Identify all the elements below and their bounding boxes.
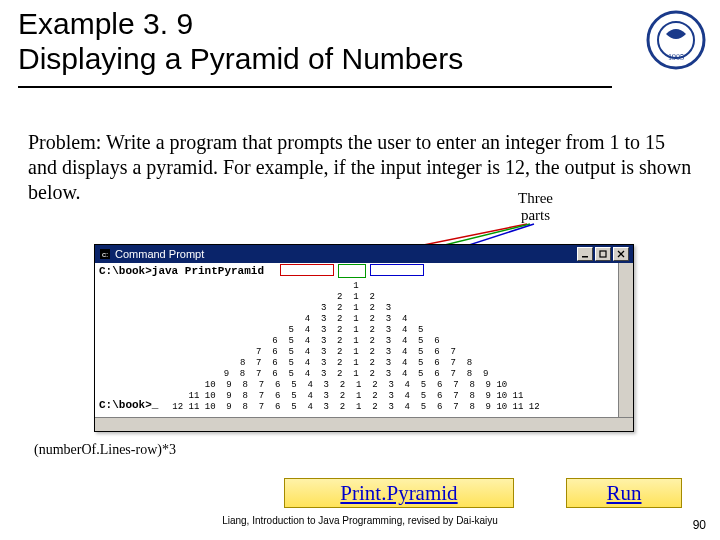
console-body: C:\book>java PrintPyramid 1 2 1 2 3 2 1 … bbox=[95, 263, 633, 417]
svg-rect-9 bbox=[600, 251, 606, 257]
run-button[interactable]: Run bbox=[566, 478, 682, 508]
console-command: C:\book>java PrintPyramid bbox=[99, 265, 264, 277]
console-title-text: Command Prompt bbox=[115, 248, 204, 260]
title-line1: Example 3. 9 bbox=[18, 6, 618, 41]
formula-text: (numberOf.Lines-row)*3 bbox=[34, 442, 176, 458]
title-line2: Displaying a Pyramid of Numbers bbox=[18, 41, 618, 76]
scrollbar-up-button[interactable]: ▲ bbox=[619, 263, 633, 277]
scrollbar-down-button[interactable]: ▼ bbox=[619, 403, 633, 417]
close-button[interactable] bbox=[613, 247, 629, 261]
slide-title: Example 3. 9 Displaying a Pyramid of Num… bbox=[18, 6, 618, 77]
pyramid-output: 1 2 1 2 3 2 1 2 3 4 3 2 1 2 3 4 5 4 3 2 … bbox=[95, 281, 617, 395]
console-titlebar: c: Command Prompt bbox=[95, 245, 633, 263]
title-rule bbox=[18, 86, 612, 88]
problem-statement: Problem: Write a program that prompts th… bbox=[28, 130, 694, 205]
console-window: c: Command Prompt C:\book>java PrintPyra… bbox=[94, 244, 634, 432]
three-parts-label: Three parts bbox=[518, 190, 553, 223]
minimize-button[interactable] bbox=[577, 247, 593, 261]
console-icon: c: bbox=[99, 248, 111, 260]
print-pyramid-button[interactable]: Print.Pyramid bbox=[284, 478, 514, 508]
console-statusbar bbox=[95, 417, 633, 431]
university-logo: 1905 bbox=[646, 10, 706, 70]
page-number: 90 bbox=[693, 518, 706, 532]
svg-text:c:: c: bbox=[102, 250, 108, 259]
svg-rect-8 bbox=[582, 256, 588, 258]
console-prompt: C:\book>_ bbox=[99, 399, 158, 411]
svg-text:1905: 1905 bbox=[668, 53, 684, 62]
maximize-button[interactable] bbox=[595, 247, 611, 261]
footer-citation: Liang, Introduction to Java Programming,… bbox=[0, 515, 720, 526]
scrollbar-thumb[interactable] bbox=[619, 353, 633, 383]
